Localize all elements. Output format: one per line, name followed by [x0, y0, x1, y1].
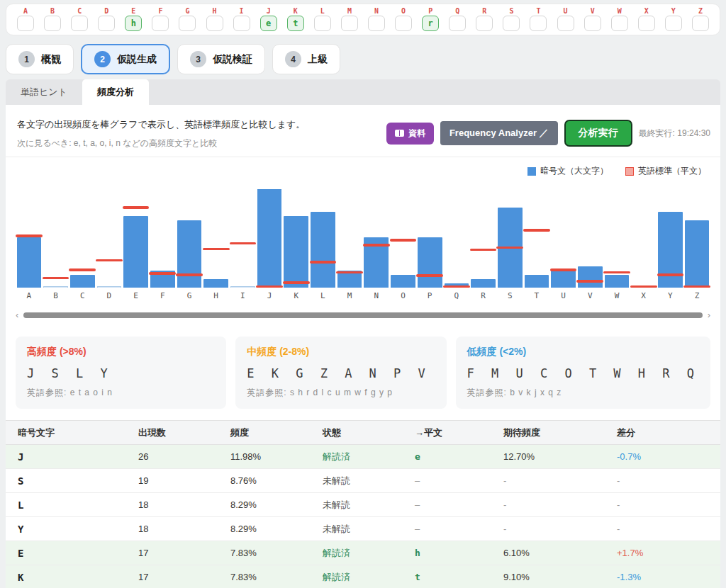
- table-row-S: S198.76%未解読–--: [6, 469, 720, 493]
- x-axis-label-U: U: [550, 291, 577, 300]
- legend-english: 英語標準（平文）: [625, 165, 706, 177]
- english-freq-tick-P: [416, 274, 443, 277]
- chart-slot-F: [149, 189, 176, 288]
- table-header-row: 暗号文字出現数頻度状態→平文期待頻度差分: [6, 420, 720, 445]
- x-axis-label-Q: Q: [443, 291, 470, 300]
- mapping-input-O[interactable]: [395, 16, 412, 31]
- mapping-input-R[interactable]: [476, 16, 493, 31]
- cell-status: 未解読: [323, 523, 415, 536]
- cell-expected-frequency: -: [503, 499, 617, 510]
- chart-slot-Z: [683, 189, 710, 288]
- cell-status: 解読済: [323, 571, 415, 584]
- english-freq-tick-O: [390, 239, 417, 242]
- table-row-Y: Y188.29%未解読–--: [6, 517, 720, 541]
- cipher-bar-P: [418, 237, 442, 288]
- mapping-input-C[interactable]: [71, 16, 88, 31]
- cell-count: 18: [138, 499, 230, 510]
- mapping-input-S[interactable]: [503, 16, 520, 31]
- table-header-cell: 頻度: [230, 426, 323, 439]
- english-freq-tick-A: [16, 234, 43, 237]
- panel-header: 各文字の出現頻度を棒グラフで表示し、英語標準頻度と比較します。 次に見るべき: …: [6, 105, 720, 157]
- chart-slot-Q: [443, 189, 470, 288]
- mapping-input-J[interactable]: e: [260, 16, 277, 31]
- cipher-letter-label: E: [131, 6, 135, 16]
- chart-slot-M: [336, 189, 363, 288]
- frequency-groups: 高頻度 (>8%)J S L Y英語参照: e t a o i n中頻度 (2-…: [16, 337, 710, 409]
- cell-status: 未解読: [323, 475, 415, 487]
- mapping-input-E[interactable]: h: [125, 16, 142, 31]
- mapping-input-I[interactable]: [233, 16, 250, 31]
- cell-difference: -: [617, 475, 720, 486]
- cipher-letter-label: I: [240, 6, 244, 16]
- cell-status: 解読済: [323, 547, 415, 560]
- group-title: 高頻度 (>8%): [27, 346, 215, 358]
- x-axis-label-Z: Z: [683, 291, 710, 300]
- step-button-1[interactable]: 1概観: [6, 44, 74, 74]
- cipher-letter-label: M: [347, 6, 352, 16]
- letter-cell-I: I: [233, 6, 251, 31]
- mapping-input-L[interactable]: [314, 16, 331, 31]
- tab-1[interactable]: 頻度分析: [82, 79, 149, 105]
- mapping-input-K[interactable]: t: [287, 16, 304, 31]
- cipher-letter-label: K: [294, 6, 298, 16]
- x-axis-label-A: A: [16, 291, 43, 300]
- mapping-input-U[interactable]: [557, 16, 574, 31]
- book-icon: [395, 130, 404, 137]
- mapping-input-V[interactable]: [584, 16, 601, 31]
- cell-difference: -: [617, 524, 720, 534]
- mapping-input-H[interactable]: [206, 16, 223, 31]
- cipher-bar-V: [578, 266, 603, 288]
- freq-group-1: 中頻度 (2-8%)E K G Z A N P V英語参照: s h r d l…: [235, 337, 446, 409]
- mapping-input-G[interactable]: [179, 16, 196, 31]
- mapping-input-X[interactable]: [638, 16, 655, 31]
- cell-cipher-letter: S: [18, 475, 138, 487]
- mapping-input-D[interactable]: [98, 16, 115, 31]
- scroll-left-icon[interactable]: ‹: [16, 312, 18, 318]
- cipher-letter-label: U: [564, 6, 568, 16]
- chart-slot-O: [390, 189, 417, 288]
- tab-0[interactable]: 単語ヒント: [6, 79, 82, 105]
- mapping-input-N[interactable]: [368, 16, 385, 31]
- letter-cell-N: N: [367, 6, 386, 31]
- mapping-input-F[interactable]: [152, 16, 169, 31]
- mapping-input-Z[interactable]: [692, 16, 709, 31]
- analyzer-button[interactable]: Frequency Analyzer ／: [440, 121, 558, 145]
- step-button-2[interactable]: 2仮説生成: [81, 44, 170, 74]
- step-button-3[interactable]: 3仮説検証: [177, 44, 265, 74]
- mapping-input-P[interactable]: r: [422, 16, 439, 31]
- mapping-input-B[interactable]: [44, 16, 61, 31]
- step-button-4[interactable]: 4上級: [272, 44, 340, 74]
- mapping-input-Y[interactable]: [665, 16, 682, 31]
- cell-expected-frequency: 6.10%: [503, 548, 617, 558]
- scrollbar-thumb[interactable]: [23, 312, 702, 318]
- mapping-input-W[interactable]: [611, 16, 628, 31]
- english-freq-tick-H: [203, 248, 230, 251]
- mapping-input-T[interactable]: [530, 16, 547, 31]
- table-header-cell: →平文: [415, 426, 503, 439]
- step-number-badge: 1: [18, 51, 35, 67]
- cell-count: 17: [138, 572, 230, 582]
- chart-slot-K: [283, 189, 310, 288]
- english-freq-tick-D: [96, 259, 123, 262]
- last-run-timestamp: 最終実行: 19:24:30: [639, 128, 710, 140]
- letter-cell-F: F: [151, 6, 169, 31]
- cipher-letter-label: X: [644, 6, 649, 16]
- english-freq-tick-R: [470, 249, 497, 251]
- group-english-reference: 英語参照: e t a o i n: [27, 387, 215, 399]
- scroll-right-icon[interactable]: ›: [708, 312, 710, 318]
- cipher-letter-label: C: [77, 6, 82, 16]
- mapping-input-A[interactable]: [17, 16, 34, 31]
- chart-slot-B: [43, 189, 69, 288]
- run-analysis-button[interactable]: 分析実行: [564, 120, 632, 147]
- cipher-bar-R: [471, 279, 496, 288]
- cipher-bar-B: [43, 286, 68, 288]
- chart-scrollbar: ‹ ›: [16, 312, 710, 318]
- x-axis-label-H: H: [203, 291, 230, 300]
- mapping-input-M[interactable]: [341, 16, 358, 31]
- cell-plaintext: –: [415, 499, 503, 510]
- x-axis-label-L: L: [310, 291, 337, 300]
- chart-slot-I: [230, 189, 257, 288]
- docs-button[interactable]: 資料: [386, 123, 434, 145]
- mapping-input-Q[interactable]: [449, 16, 466, 31]
- cell-count: 26: [138, 451, 230, 462]
